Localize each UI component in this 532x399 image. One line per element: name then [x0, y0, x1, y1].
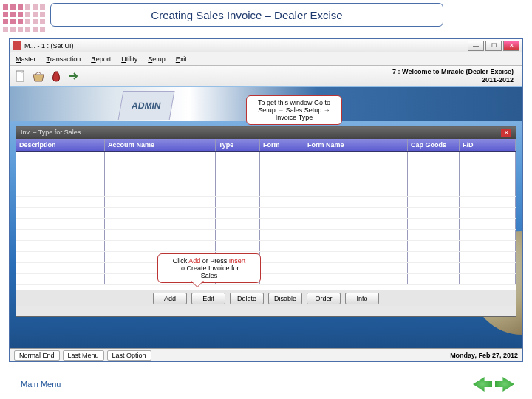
grid-header: Description Account Name Type Form Form …: [16, 139, 516, 152]
menu-transaction[interactable]: Transaction: [47, 55, 81, 63]
table-row: [16, 263, 516, 274]
table-row: [16, 152, 516, 163]
menu-report[interactable]: Report: [91, 55, 111, 63]
table-row: [16, 252, 516, 263]
minimize-button[interactable]: —: [468, 41, 484, 51]
maximize-button[interactable]: ☐: [485, 41, 502, 51]
callout-setup-path: To get this window Go to Setup → Sales S…: [246, 95, 342, 125]
prev-arrow-icon[interactable]: [473, 377, 492, 392]
window-title: M... - 1 : (Set UI): [24, 42, 74, 50]
next-arrow-icon[interactable]: [495, 377, 514, 392]
status-bar: Normal End Last Menu Last Option Monday,…: [10, 348, 522, 361]
table-row: [16, 230, 516, 241]
disable-button[interactable]: Disable: [268, 293, 302, 304]
grid-footer: Add Edit Delete Disable Order Info: [16, 290, 516, 306]
money-bag-icon[interactable]: [50, 69, 63, 83]
app-window: M... - 1 : (Set UI) — ☐ ✕ Master Transac…: [9, 38, 523, 362]
col-description: Description: [16, 139, 105, 151]
menu-bar: Master Transaction Report Utility Setup …: [10, 52, 522, 66]
menu-master[interactable]: Master: [16, 55, 36, 63]
callout-add-hint: Click Add or Press Insert to Create Invo…: [157, 253, 261, 283]
menu-setup[interactable]: Setup: [148, 55, 166, 63]
col-type: Type: [216, 139, 260, 151]
table-row: [16, 174, 516, 185]
grid-body[interactable]: [16, 152, 516, 290]
menu-utility[interactable]: Utility: [121, 55, 137, 63]
toolbar: 7 : Welcome to Miracle (Dealer Excise) 2…: [10, 66, 522, 86]
add-button[interactable]: Add: [153, 293, 187, 304]
new-document-icon[interactable]: [14, 69, 27, 83]
decorative-dots: [3, 4, 45, 32]
invoice-type-grid-window: Inv. – Type for Sales ✕ Description Acco…: [16, 126, 516, 317]
table-row: [16, 208, 516, 219]
table-row: [16, 274, 516, 285]
table-row: [16, 219, 516, 230]
welcome-text: 7 : Welcome to Miracle (Dealer Excise) 2…: [392, 68, 518, 84]
info-button[interactable]: Info: [345, 293, 379, 304]
basket-icon[interactable]: [32, 69, 45, 83]
grid-titlebar: Inv. – Type for Sales ✕: [16, 127, 516, 139]
table-row: [16, 241, 516, 252]
col-cap-goods: Cap Goods: [408, 139, 460, 151]
menu-exit[interactable]: Exit: [176, 55, 187, 63]
app-icon: [13, 41, 21, 50]
delete-button[interactable]: Delete: [230, 293, 264, 304]
grid-close-icon[interactable]: ✕: [501, 129, 511, 137]
status-last-menu[interactable]: Last Menu: [63, 350, 104, 361]
col-fd: F/D: [460, 139, 516, 151]
table-row: [16, 197, 516, 208]
status-last-option[interactable]: Last Option: [107, 350, 151, 361]
order-button[interactable]: Order: [307, 293, 341, 304]
title-bar: M... - 1 : (Set UI) — ☐ ✕: [10, 39, 522, 52]
table-row: [16, 185, 516, 197]
arrow-icon[interactable]: [67, 69, 81, 83]
nav-arrows: [473, 377, 514, 392]
main-menu-link[interactable]: Main Menu: [21, 380, 61, 389]
status-date: Monday, Feb 27, 2012: [450, 352, 518, 359]
status-normal-end[interactable]: Normal End: [14, 350, 60, 361]
col-account-name: Account Name: [105, 139, 216, 151]
col-form-name: Form Name: [304, 139, 408, 151]
table-row: [16, 163, 516, 174]
close-button[interactable]: ✕: [503, 41, 519, 51]
col-form: Form: [260, 139, 304, 151]
slide-title: Creating Sales Invoice – Dealer Excise: [50, 3, 443, 27]
admin-badge: ADMIN: [117, 91, 174, 120]
